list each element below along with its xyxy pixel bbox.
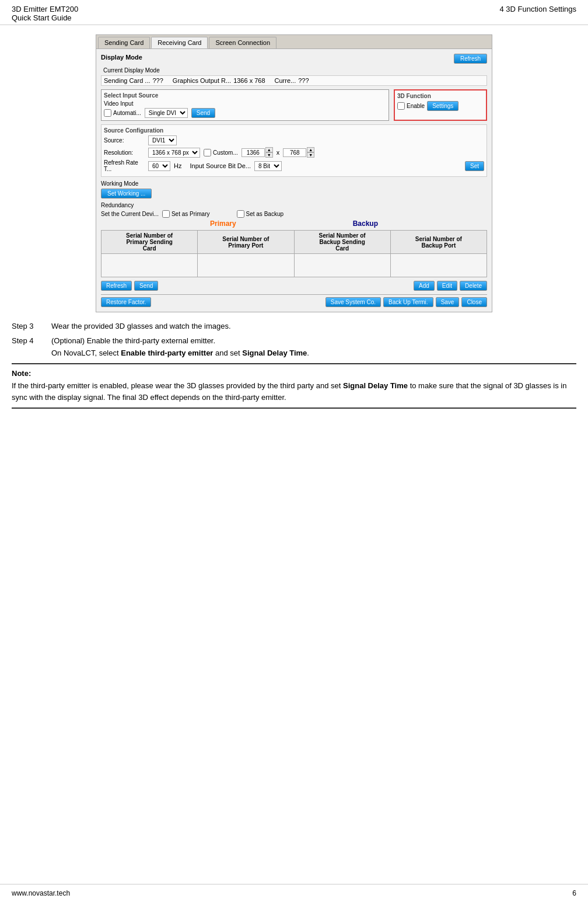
tab-bar: Sending Card Receiving Card Screen Conne…	[96, 35, 492, 49]
graphics-output-value: 1366 x 768	[233, 77, 265, 84]
source-config-label: Source Configuration	[104, 127, 484, 134]
step-3-content: Wear the provided 3D glasses and watch t…	[51, 322, 576, 330]
height-arrows: ▲ ▼	[307, 147, 314, 158]
backup-terminal-button[interactable]: Back Up Termi.	[383, 297, 433, 307]
current-display-section: Current Display Mode Sending Card ... ??…	[101, 67, 487, 86]
tab-receiving-card[interactable]: Receiving Card	[151, 37, 208, 48]
enable-checkbox[interactable]	[397, 102, 405, 110]
auto-checkbox-label[interactable]: Automati...	[104, 109, 141, 117]
primary-backup-header: Primary Backup	[101, 220, 487, 228]
three-d-label: 3D Function	[397, 93, 484, 99]
width-down-arrow[interactable]: ▼	[265, 152, 273, 158]
custom-checkbox[interactable]	[204, 149, 211, 156]
page-header: 3D Emitter EMT200 Quick Start Guide 4 3D…	[0, 0, 588, 25]
current-res-item: Curre... ???	[275, 77, 309, 84]
send-button-input[interactable]: Send	[191, 108, 215, 118]
step-4-label: Step 4	[12, 336, 47, 357]
redundancy-checkboxes: Set the Current Devi... Set as Primary S…	[101, 210, 487, 218]
enable-checkbox-text: Enable	[407, 103, 425, 109]
current-res-value: ???	[298, 77, 309, 84]
bit-depth-select[interactable]: 8 Bit	[254, 161, 282, 171]
resolution-label: Resolution:	[104, 149, 145, 156]
footer-page-number: 6	[572, 889, 576, 897]
set-working-button[interactable]: Set Working ...	[101, 189, 152, 198]
settings-button[interactable]: Settings	[427, 101, 459, 111]
width-up-arrow[interactable]: ▲	[265, 147, 273, 152]
backup-text: Backup	[353, 220, 378, 228]
backup-checkbox[interactable]	[237, 210, 244, 218]
width-input[interactable]	[242, 148, 265, 157]
col-primary-sending: Serial Number ofPrimary SendingCard	[102, 231, 198, 254]
table-header-row: Serial Number ofPrimary SendingCard Seri…	[102, 231, 487, 254]
software-window: Sending Card Receiving Card Screen Conne…	[96, 34, 492, 312]
custom-checkbox-label[interactable]: Custom...	[204, 149, 238, 156]
col-primary-port: Serial Number ofPrimary Port	[198, 231, 294, 254]
save-button[interactable]: Save	[436, 297, 460, 307]
col-backup-sending: Serial Number ofBackup SendingCard	[294, 231, 390, 254]
step-4-sub: On NovaLCT, select Enable third-party em…	[51, 349, 576, 357]
height-input[interactable]	[283, 148, 306, 157]
refresh-button-top[interactable]: Refresh	[454, 54, 487, 64]
resolution-row: Resolution: 1366 x 768 px Custom... ▲ ▼	[104, 147, 484, 158]
redundancy-label: Redundancy	[101, 202, 487, 208]
step-4-row: Step 4 (Optional) Enable the third-party…	[12, 336, 576, 357]
primary-checkbox-text: Set as Primary	[172, 211, 210, 217]
edit-button[interactable]: Edit	[437, 281, 457, 291]
hz-label: Hz	[174, 162, 181, 169]
current-display-label: Current Display Mode	[103, 67, 487, 74]
note-title: Note:	[12, 369, 576, 378]
send-button-bottom[interactable]: Send	[134, 281, 158, 291]
refresh-rate-label: Refresh Rate T...	[104, 159, 145, 172]
primary-checkbox[interactable]	[162, 210, 170, 218]
steps-section: Step 3 Wear the provided 3D glasses and …	[12, 322, 576, 409]
refresh-rate-select[interactable]: 60	[148, 161, 170, 171]
header-left: 3D Emitter EMT200 Quick Start Guide	[12, 5, 78, 22]
table-row	[102, 254, 487, 277]
primary-text: Primary	[210, 220, 236, 228]
note-box: Note: If the third-party emitter is enab…	[12, 363, 576, 409]
refresh-rate-row: Refresh Rate T... 60 Hz Input Source Bit…	[104, 159, 484, 172]
redundancy-section: Redundancy Set the Current Devi... Set a…	[101, 202, 487, 291]
dvi-select[interactable]: Single DVI	[145, 108, 188, 118]
select-input-box: Select Input Source Video Input Automati…	[101, 89, 389, 121]
add-button[interactable]: Add	[414, 281, 435, 291]
x-label: x	[276, 149, 280, 156]
cell-primary-port	[198, 254, 294, 277]
source-row: Source: DVI1	[104, 135, 484, 145]
main-content: Sending Card Receiving Card Screen Conne…	[0, 25, 588, 418]
page-footer: www.novastar.tech 6	[0, 884, 588, 902]
step-4-main: (Optional) Enable the third-party extern…	[51, 336, 576, 345]
bit-depth-label: Input Source Bit De...	[190, 162, 251, 169]
sending-card-value: ???	[153, 77, 163, 84]
backup-checkbox-label[interactable]: Set as Backup	[237, 210, 284, 218]
input-source-row: Automati... Single DVI Send	[104, 108, 386, 118]
graphics-output-item: Graphics Output R... 1366 x 768	[173, 77, 265, 84]
enable-checkbox-label[interactable]: Enable	[397, 102, 425, 110]
primary-checkbox-label[interactable]: Set as Primary	[162, 210, 210, 218]
signal-delay-time-bold: Signal Delay Time	[343, 381, 408, 390]
auto-checkbox[interactable]	[104, 109, 111, 117]
close-button[interactable]: Close	[461, 297, 487, 307]
height-up-arrow[interactable]: ▲	[307, 147, 314, 152]
tab-screen-connection[interactable]: Screen Connection	[209, 37, 276, 48]
tab-sending-card[interactable]: Sending Card	[98, 37, 150, 48]
delete-button[interactable]: Delete	[460, 281, 487, 291]
save-system-button[interactable]: Save System Co.	[326, 297, 381, 307]
step-3-row: Step 3 Wear the provided 3D glasses and …	[12, 322, 576, 330]
working-mode-label: Working Mode	[101, 180, 487, 187]
refresh-button-bottom[interactable]: Refresh	[101, 281, 132, 291]
cell-backup-port	[390, 254, 487, 277]
redundancy-table: Serial Number ofPrimary SendingCard Seri…	[101, 230, 487, 277]
custom-text: Custom...	[213, 149, 238, 156]
graphics-output-label: Graphics Output R...	[173, 77, 231, 84]
resolution-select[interactable]: 1366 x 768 px	[148, 148, 200, 158]
height-down-arrow[interactable]: ▼	[307, 152, 314, 158]
restore-factory-button[interactable]: Restore Factor.	[101, 297, 151, 307]
note-content: If the third-party emitter is enabled, p…	[12, 380, 576, 403]
sending-card-item: Sending Card ... ???	[104, 77, 163, 84]
set-button[interactable]: Set	[465, 161, 484, 171]
footer-website: www.novastar.tech	[12, 889, 70, 897]
source-select[interactable]: DVI1	[148, 135, 177, 145]
page-subtitle: Quick Start Guide	[12, 13, 78, 22]
display-mode-label: Display Mode	[101, 54, 454, 62]
